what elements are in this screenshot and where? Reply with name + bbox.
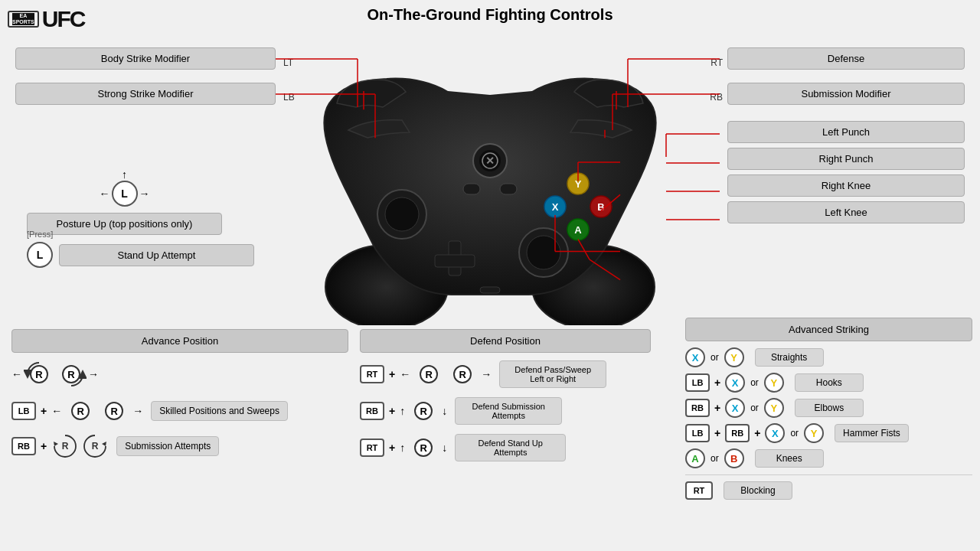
defend-standup-label: Defend Stand Up Attempts [455, 434, 566, 461]
lt-action-label: Body Strike Modifier [15, 47, 276, 70]
or-h: or [750, 377, 759, 388]
r-stick-2b: R [99, 396, 129, 426]
svg-text:X: X [552, 201, 559, 213]
skilled-positions-label: Skilled Positions and Sweeps [151, 401, 288, 421]
r-stick-1b: R [56, 359, 87, 390]
defend-position-panel: Defend Position RT + ← R R → Defend Pass… [360, 329, 651, 469]
svg-point-7 [527, 236, 560, 269]
r-letter-1b: R [62, 365, 80, 383]
rt-button-d1: RT [360, 365, 384, 383]
advance-position-panel: Advance Position ← R R → LB + ← [11, 329, 348, 466]
advance-row-3: RB + R R Su [11, 432, 348, 460]
adv-row-elbows: RB + X or Y Elbows [685, 398, 972, 418]
blocking-label: Blocking [724, 481, 792, 500]
straights-label: Straights [755, 348, 824, 367]
svg-point-3 [385, 197, 419, 231]
adv-row-knees: A or B Knees [685, 448, 972, 468]
r-stick-2a: R [65, 396, 96, 426]
adv-row-hammer: LB + RB + X or Y Hammer Fists [685, 423, 972, 443]
lb-action-box: Strong Strike Modifier [15, 83, 276, 105]
y-btn-s: Y [724, 347, 744, 367]
x-action-label: Right Knee [727, 174, 965, 197]
rt-action-label: Defense [727, 47, 965, 70]
x-btn-e: X [725, 398, 745, 418]
defend-submission-label: Defend Submission Attempts [455, 397, 562, 425]
svg-text:B: B [597, 201, 604, 213]
defend-position-title: Defend Position [360, 329, 651, 353]
submission-attempts-label: Submission Attempts [116, 436, 219, 456]
svg-text:R: R [92, 441, 99, 452]
lt-id: LT [283, 57, 293, 68]
r-stick-1a: R [24, 359, 54, 390]
press-label: [Press] [27, 230, 254, 239]
lt-action-box: Body Strike Modifier [15, 47, 276, 70]
y-btn-e: Y [764, 398, 784, 418]
y-action-label: Left Punch [727, 121, 965, 143]
defend-row-3: RT + ↑ R ↓ Defend Stand Up Attempts [360, 432, 651, 463]
svg-rect-12 [463, 184, 480, 194]
page-title: On-The-Ground Fighting Controls [367, 6, 612, 23]
adv-row-straights: X or Y Straights [685, 347, 972, 367]
advance-position-title: Advance Position [11, 329, 348, 353]
lb-button-2: LB [11, 402, 36, 420]
svg-rect-5 [435, 255, 475, 267]
or-hf: or [790, 428, 799, 439]
rb-button-d2: RB [360, 402, 384, 420]
svg-text:R: R [62, 441, 69, 452]
rt-action-box: Defense [727, 47, 965, 70]
rt-button-d3: RT [360, 439, 384, 457]
svg-text:A: A [574, 224, 582, 236]
a-action-label: Left Knee [727, 201, 965, 223]
rb-id: RB [710, 92, 723, 103]
or-e: or [750, 403, 759, 413]
hammer-label: Hammer Fists [835, 424, 909, 442]
plus-2a: + [41, 405, 47, 417]
svg-text:Y: Y [575, 178, 582, 190]
advanced-striking-panel: Advanced Striking X or Y Straights LB + … [685, 318, 972, 505]
defend-row-1: RT + ← R R → Defend Pass/Sweep Left or R… [360, 359, 651, 390]
svg-marker-49 [102, 442, 106, 446]
lb-btn-hf: LB [685, 424, 710, 442]
svg-text:✕: ✕ [485, 155, 495, 167]
hooks-label: Hooks [795, 373, 864, 392]
b-btn-k: B [724, 448, 744, 468]
y-btn-hf: Y [804, 423, 824, 443]
x-btn-hf: X [765, 423, 785, 443]
adv-row-hooks: LB + X or Y Hooks [685, 373, 972, 393]
lb-btn-h: LB [685, 373, 710, 392]
rt-btn-b: RT [685, 481, 713, 500]
r-letter-1a: R [30, 365, 48, 383]
svg-rect-22 [480, 287, 500, 293]
main-wrapper: EASPORTS UFC On-The-Ground Fighting Cont… [0, 0, 980, 551]
defend-pass-label: Defend Pass/Sweep Left or Right [499, 360, 606, 388]
rt-id: RT [710, 57, 723, 68]
controller-image: ✕ Y X B A [268, 65, 712, 341]
rb-btn-e: RB [685, 399, 710, 417]
advance-row-1: ← R R → [11, 359, 348, 390]
a-btn-k: A [685, 448, 705, 468]
knees-label: Knees [755, 449, 824, 468]
left-stick-standup: [Press] L Stand Up Attempt [27, 230, 254, 268]
or-k: or [710, 453, 719, 464]
or-s: or [710, 352, 719, 363]
rb-btn-hf: RB [725, 424, 750, 442]
r-letter-2b: R [105, 402, 123, 420]
rb-action-box: Submission Modifier [727, 83, 965, 105]
rb-button-3: RB [11, 437, 36, 455]
l-stick-press-circle: L [27, 242, 53, 268]
l-stick-circle: L [112, 181, 138, 207]
elbows-label: Elbows [795, 399, 864, 417]
y-btn-h: Y [764, 373, 784, 393]
x-btn-s: X [685, 347, 705, 367]
divider [685, 474, 972, 475]
defend-row-2: RB + ↑ R ↓ Defend Submission Attempts [360, 396, 651, 426]
title-bar: On-The-Ground Fighting Controls [0, 6, 980, 24]
lb-id: LB [283, 92, 295, 103]
standup-action-label: Stand Up Attempt [59, 244, 254, 266]
svg-marker-47 [54, 442, 58, 446]
adv-row-blocking: RT Blocking [685, 481, 972, 500]
plus-3: + [41, 440, 47, 452]
rb-action-label: Submission Modifier [727, 83, 965, 105]
face-button-labels: Left Punch Right Punch Right Knee Left K… [727, 121, 965, 223]
r-letter-2a: R [71, 402, 90, 420]
